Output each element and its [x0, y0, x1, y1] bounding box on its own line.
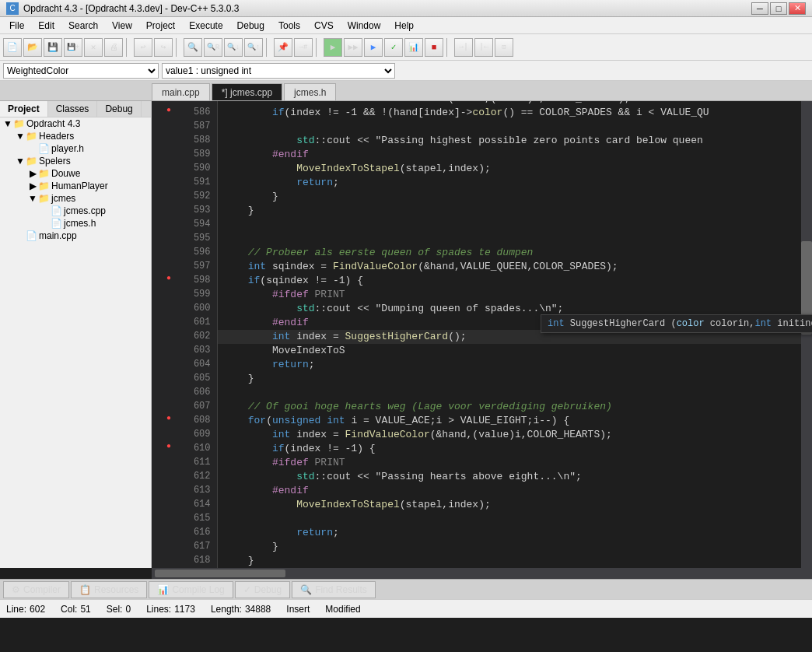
find-button[interactable]: 🔍: [184, 38, 202, 57]
line-content[interactable]: if(index != -1) {: [217, 442, 812, 456]
tree-jcmes-h[interactable]: 📄 jcmes.h: [37, 217, 151, 230]
menu-project[interactable]: Project: [140, 19, 181, 33]
line-row[interactable]: 587: [152, 120, 812, 134]
find-prev-button[interactable]: 🔍↑: [244, 38, 263, 57]
line-content[interactable]: }: [217, 540, 812, 554]
line-content[interactable]: int index = FindValueColor(&hand,(value)…: [217, 428, 812, 442]
line-row[interactable]: 616 return;: [152, 526, 812, 540]
code-area[interactable]: 584 for(unsigned int i = VALUE_ACE;i > V…: [152, 101, 812, 568]
line-row[interactable]: 605 }: [152, 372, 812, 386]
sidebar-tab-classes[interactable]: Classes: [48, 101, 98, 117]
run-button[interactable]: ▶▶: [344, 38, 362, 57]
code-editor[interactable]: 584 for(unsigned int i = VALUE_ACE;i > V…: [152, 101, 812, 568]
line-row[interactable]: 592 }: [152, 190, 812, 204]
tree-main-cpp[interactable]: 📄 main.cpp: [12, 230, 151, 242]
line-content[interactable]: [217, 120, 812, 134]
line-content[interactable]: std::cout << "Passing hearts above eight…: [217, 470, 812, 484]
tab-debug[interactable]: ✓ Debug: [235, 581, 290, 598]
line-row[interactable]: 595: [152, 232, 812, 246]
sidebar-tab-debug[interactable]: Debug: [97, 101, 141, 117]
graph-button[interactable]: 📊: [404, 38, 423, 57]
line-row[interactable]: 588 std::cout << "Passing highest possib…: [152, 134, 812, 148]
class-dropdown[interactable]: WeightedColor: [3, 63, 159, 79]
save-button[interactable]: 💾: [44, 38, 62, 57]
tree-headers[interactable]: ▼ 📁 Headers: [12, 130, 151, 142]
line-row[interactable]: 604 return;: [152, 358, 812, 372]
find-next-button[interactable]: 🔍↓: [224, 38, 243, 57]
line-row[interactable]: 589 #endif: [152, 148, 812, 162]
undo-button[interactable]: ↩: [134, 38, 152, 57]
line-row[interactable]: 606: [152, 386, 812, 400]
tree-jcmes-cpp[interactable]: 📄 jcmes.cpp: [37, 205, 151, 217]
debug-run-button[interactable]: ▶: [364, 38, 383, 57]
line-row[interactable]: 615: [152, 512, 812, 526]
tab-jcmes-h[interactable]: jcmes.h: [284, 83, 336, 100]
line-content[interactable]: [217, 386, 812, 400]
line-row[interactable]: ●608 for(unsigned int i = VALUE_ACE;i > …: [152, 414, 812, 428]
minimize-button[interactable]: ─: [751, 2, 768, 15]
line-row[interactable]: 609 int index = FindValueColor(&hand,(va…: [152, 428, 812, 442]
line-row[interactable]: 611 #ifdef PRINT: [152, 456, 812, 470]
menu-view[interactable]: View: [106, 19, 138, 33]
line-content[interactable]: #endif: [217, 148, 812, 162]
stop-button[interactable]: ■: [425, 38, 443, 57]
line-content[interactable]: for(unsigned int i = VALUE_ACE;i > VALUE…: [217, 414, 812, 428]
menu-window[interactable]: Window: [341, 19, 387, 33]
menu-help[interactable]: Help: [388, 19, 420, 33]
tab-compile-log[interactable]: 📊 Compile Log: [149, 581, 233, 598]
new-button[interactable]: 📄: [3, 38, 22, 57]
tab-main-cpp[interactable]: main.cpp: [152, 83, 210, 100]
line-row[interactable]: ●586 if(index != -1 && !(hand[index]->co…: [152, 106, 812, 120]
sidebar-tab-project[interactable]: Project: [0, 101, 48, 117]
line-row[interactable]: 597 int sqindex = FindValueColor(&hand,V…: [152, 260, 812, 274]
line-row[interactable]: 603 MoveIndexToS: [152, 344, 812, 358]
line-content[interactable]: return;: [217, 526, 812, 540]
line-content[interactable]: [217, 512, 812, 526]
tab-resources[interactable]: 📋 Resources: [71, 581, 147, 598]
line-row[interactable]: ●598 if(sqindex != -1) {: [152, 274, 812, 288]
line-content[interactable]: MoveIndexToStapel(stapel,index);: [217, 498, 812, 512]
open-button[interactable]: 📂: [23, 38, 42, 57]
line-content[interactable]: [217, 218, 812, 232]
vertical-scrollbar[interactable]: [801, 101, 812, 568]
print-button[interactable]: 🖨: [104, 38, 123, 57]
line-row[interactable]: 594: [152, 218, 812, 232]
line-content[interactable]: if(sqindex != -1) {: [217, 274, 812, 288]
line-content[interactable]: }: [217, 372, 812, 386]
horizontal-scrollbar[interactable]: [152, 568, 812, 579]
goto-button[interactable]: →#: [294, 38, 313, 57]
tree-jcmes[interactable]: ▼ 📁 jcmes: [25, 192, 151, 205]
line-row[interactable]: 617 }: [152, 540, 812, 554]
line-content[interactable]: #ifdef PRINT: [217, 288, 812, 302]
line-row[interactable]: 612 std::cout << "Passing hearts above e…: [152, 470, 812, 484]
menu-edit[interactable]: Edit: [32, 19, 61, 33]
tree-spelers[interactable]: ▼ 📁 Spelers: [12, 155, 151, 167]
line-content[interactable]: // Of gooi hoge hearts weg (Lage voor ve…: [217, 400, 812, 414]
toggle-button[interactable]: ⊡: [495, 38, 513, 57]
tree-humanplayer[interactable]: ▶ 📁 HumanPlayer: [25, 180, 151, 192]
line-row[interactable]: 591 return;: [152, 176, 812, 190]
line-content[interactable]: int sqindex = FindValueColor(&hand,VALUE…: [217, 260, 812, 274]
line-row[interactable]: 593 }: [152, 204, 812, 218]
tab-compiler[interactable]: ⚙ Compiler: [3, 581, 69, 598]
line-content[interactable]: std::cout << "Passing highest possible z…: [217, 134, 812, 148]
line-content[interactable]: [217, 232, 812, 246]
tree-douwe[interactable]: ▶ 📁 Douwe: [25, 167, 151, 180]
line-content[interactable]: MoveIndexToStapel(stapel,index);: [217, 162, 812, 176]
line-content[interactable]: return;: [217, 358, 812, 372]
line-content[interactable]: }: [217, 204, 812, 218]
line-row[interactable]: 614 MoveIndexToStapel(stapel,index);: [152, 498, 812, 512]
menu-tools[interactable]: Tools: [272, 19, 306, 33]
menu-execute[interactable]: Execute: [183, 19, 229, 33]
close-button[interactable]: ✕: [789, 2, 806, 15]
h-scroll-thumb[interactable]: [155, 570, 285, 577]
indent-button[interactable]: →|: [454, 38, 473, 57]
replace-button[interactable]: 🔍R: [204, 38, 222, 57]
line-row[interactable]: 596 // Probeer als eerste queen of spade…: [152, 246, 812, 260]
unindent-button[interactable]: |←: [474, 38, 493, 57]
tree-root[interactable]: ▼ 📁 Opdracht 4.3: [0, 117, 151, 130]
tree-player-h[interactable]: 📄 player.h: [25, 142, 151, 155]
line-row[interactable]: 613 #endif: [152, 484, 812, 498]
line-content[interactable]: // Probeer als eerste queen of spades te…: [217, 246, 812, 260]
menu-cvs[interactable]: CVS: [308, 19, 340, 33]
